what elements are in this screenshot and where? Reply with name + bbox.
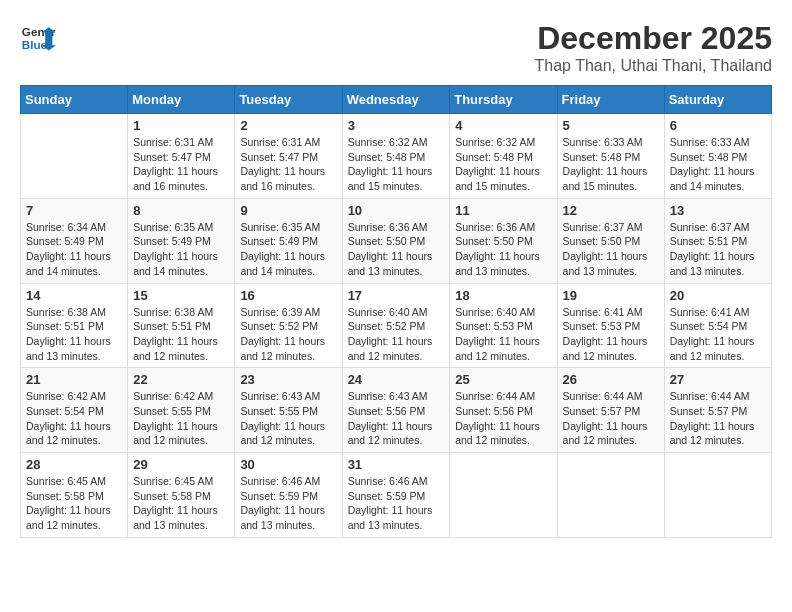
title-section: December 2025 Thap Than, Uthai Thani, Th… xyxy=(535,20,773,75)
calendar-cell: 13Sunrise: 6:37 AMSunset: 5:51 PMDayligh… xyxy=(664,198,771,283)
day-number: 24 xyxy=(348,372,445,387)
calendar-cell: 23Sunrise: 6:43 AMSunset: 5:55 PMDayligh… xyxy=(235,368,342,453)
day-info: Sunrise: 6:39 AMSunset: 5:52 PMDaylight:… xyxy=(240,305,336,364)
calendar-cell: 10Sunrise: 6:36 AMSunset: 5:50 PMDayligh… xyxy=(342,198,450,283)
calendar-cell: 6Sunrise: 6:33 AMSunset: 5:48 PMDaylight… xyxy=(664,114,771,199)
calendar-cell: 27Sunrise: 6:44 AMSunset: 5:57 PMDayligh… xyxy=(664,368,771,453)
calendar-cell: 9Sunrise: 6:35 AMSunset: 5:49 PMDaylight… xyxy=(235,198,342,283)
day-info: Sunrise: 6:33 AMSunset: 5:48 PMDaylight:… xyxy=(670,135,766,194)
day-number: 16 xyxy=(240,288,336,303)
day-info: Sunrise: 6:34 AMSunset: 5:49 PMDaylight:… xyxy=(26,220,122,279)
day-number: 17 xyxy=(348,288,445,303)
calendar-cell: 7Sunrise: 6:34 AMSunset: 5:49 PMDaylight… xyxy=(21,198,128,283)
weekday-header-friday: Friday xyxy=(557,86,664,114)
day-info: Sunrise: 6:41 AMSunset: 5:53 PMDaylight:… xyxy=(563,305,659,364)
calendar-cell: 3Sunrise: 6:32 AMSunset: 5:48 PMDaylight… xyxy=(342,114,450,199)
calendar-cell: 17Sunrise: 6:40 AMSunset: 5:52 PMDayligh… xyxy=(342,283,450,368)
calendar-cell: 4Sunrise: 6:32 AMSunset: 5:48 PMDaylight… xyxy=(450,114,557,199)
calendar-cell: 1Sunrise: 6:31 AMSunset: 5:47 PMDaylight… xyxy=(128,114,235,199)
day-number: 5 xyxy=(563,118,659,133)
day-info: Sunrise: 6:44 AMSunset: 5:57 PMDaylight:… xyxy=(670,389,766,448)
calendar-week-4: 21Sunrise: 6:42 AMSunset: 5:54 PMDayligh… xyxy=(21,368,772,453)
calendar-cell: 14Sunrise: 6:38 AMSunset: 5:51 PMDayligh… xyxy=(21,283,128,368)
weekday-header-tuesday: Tuesday xyxy=(235,86,342,114)
day-info: Sunrise: 6:38 AMSunset: 5:51 PMDaylight:… xyxy=(26,305,122,364)
day-number: 15 xyxy=(133,288,229,303)
calendar-cell: 28Sunrise: 6:45 AMSunset: 5:58 PMDayligh… xyxy=(21,453,128,538)
calendar-cell: 22Sunrise: 6:42 AMSunset: 5:55 PMDayligh… xyxy=(128,368,235,453)
day-number: 30 xyxy=(240,457,336,472)
calendar-cell: 29Sunrise: 6:45 AMSunset: 5:58 PMDayligh… xyxy=(128,453,235,538)
day-number: 22 xyxy=(133,372,229,387)
calendar-cell: 20Sunrise: 6:41 AMSunset: 5:54 PMDayligh… xyxy=(664,283,771,368)
calendar-cell: 18Sunrise: 6:40 AMSunset: 5:53 PMDayligh… xyxy=(450,283,557,368)
day-number: 2 xyxy=(240,118,336,133)
calendar-cell: 15Sunrise: 6:38 AMSunset: 5:51 PMDayligh… xyxy=(128,283,235,368)
calendar-cell: 30Sunrise: 6:46 AMSunset: 5:59 PMDayligh… xyxy=(235,453,342,538)
day-number: 23 xyxy=(240,372,336,387)
day-number: 1 xyxy=(133,118,229,133)
day-number: 4 xyxy=(455,118,551,133)
day-info: Sunrise: 6:31 AMSunset: 5:47 PMDaylight:… xyxy=(133,135,229,194)
calendar-cell xyxy=(450,453,557,538)
calendar-week-1: 1Sunrise: 6:31 AMSunset: 5:47 PMDaylight… xyxy=(21,114,772,199)
day-number: 21 xyxy=(26,372,122,387)
day-info: Sunrise: 6:40 AMSunset: 5:52 PMDaylight:… xyxy=(348,305,445,364)
day-number: 29 xyxy=(133,457,229,472)
day-number: 7 xyxy=(26,203,122,218)
day-number: 3 xyxy=(348,118,445,133)
day-number: 26 xyxy=(563,372,659,387)
calendar-week-3: 14Sunrise: 6:38 AMSunset: 5:51 PMDayligh… xyxy=(21,283,772,368)
day-number: 10 xyxy=(348,203,445,218)
weekday-header-wednesday: Wednesday xyxy=(342,86,450,114)
day-info: Sunrise: 6:45 AMSunset: 5:58 PMDaylight:… xyxy=(26,474,122,533)
day-info: Sunrise: 6:32 AMSunset: 5:48 PMDaylight:… xyxy=(348,135,445,194)
calendar-cell: 12Sunrise: 6:37 AMSunset: 5:50 PMDayligh… xyxy=(557,198,664,283)
calendar-cell: 25Sunrise: 6:44 AMSunset: 5:56 PMDayligh… xyxy=(450,368,557,453)
day-number: 31 xyxy=(348,457,445,472)
day-number: 28 xyxy=(26,457,122,472)
day-info: Sunrise: 6:46 AMSunset: 5:59 PMDaylight:… xyxy=(240,474,336,533)
day-info: Sunrise: 6:40 AMSunset: 5:53 PMDaylight:… xyxy=(455,305,551,364)
calendar-cell xyxy=(664,453,771,538)
calendar-week-2: 7Sunrise: 6:34 AMSunset: 5:49 PMDaylight… xyxy=(21,198,772,283)
day-info: Sunrise: 6:35 AMSunset: 5:49 PMDaylight:… xyxy=(240,220,336,279)
weekday-header-monday: Monday xyxy=(128,86,235,114)
day-info: Sunrise: 6:43 AMSunset: 5:55 PMDaylight:… xyxy=(240,389,336,448)
weekday-header-row: SundayMondayTuesdayWednesdayThursdayFrid… xyxy=(21,86,772,114)
weekday-header-sunday: Sunday xyxy=(21,86,128,114)
day-number: 13 xyxy=(670,203,766,218)
day-number: 8 xyxy=(133,203,229,218)
day-info: Sunrise: 6:36 AMSunset: 5:50 PMDaylight:… xyxy=(455,220,551,279)
day-info: Sunrise: 6:43 AMSunset: 5:56 PMDaylight:… xyxy=(348,389,445,448)
calendar-week-5: 28Sunrise: 6:45 AMSunset: 5:58 PMDayligh… xyxy=(21,453,772,538)
calendar-cell: 11Sunrise: 6:36 AMSunset: 5:50 PMDayligh… xyxy=(450,198,557,283)
calendar-cell: 31Sunrise: 6:46 AMSunset: 5:59 PMDayligh… xyxy=(342,453,450,538)
day-number: 14 xyxy=(26,288,122,303)
day-info: Sunrise: 6:31 AMSunset: 5:47 PMDaylight:… xyxy=(240,135,336,194)
calendar-cell: 2Sunrise: 6:31 AMSunset: 5:47 PMDaylight… xyxy=(235,114,342,199)
svg-text:Blue: Blue xyxy=(22,38,48,51)
day-info: Sunrise: 6:41 AMSunset: 5:54 PMDaylight:… xyxy=(670,305,766,364)
day-info: Sunrise: 6:42 AMSunset: 5:55 PMDaylight:… xyxy=(133,389,229,448)
day-info: Sunrise: 6:45 AMSunset: 5:58 PMDaylight:… xyxy=(133,474,229,533)
day-info: Sunrise: 6:42 AMSunset: 5:54 PMDaylight:… xyxy=(26,389,122,448)
calendar-cell: 24Sunrise: 6:43 AMSunset: 5:56 PMDayligh… xyxy=(342,368,450,453)
day-info: Sunrise: 6:37 AMSunset: 5:50 PMDaylight:… xyxy=(563,220,659,279)
day-info: Sunrise: 6:44 AMSunset: 5:56 PMDaylight:… xyxy=(455,389,551,448)
logo-icon: General Blue xyxy=(20,20,56,56)
calendar-cell xyxy=(557,453,664,538)
day-number: 12 xyxy=(563,203,659,218)
day-number: 20 xyxy=(670,288,766,303)
day-number: 18 xyxy=(455,288,551,303)
calendar-cell xyxy=(21,114,128,199)
day-number: 6 xyxy=(670,118,766,133)
calendar-cell: 5Sunrise: 6:33 AMSunset: 5:48 PMDaylight… xyxy=(557,114,664,199)
day-info: Sunrise: 6:44 AMSunset: 5:57 PMDaylight:… xyxy=(563,389,659,448)
weekday-header-saturday: Saturday xyxy=(664,86,771,114)
day-number: 9 xyxy=(240,203,336,218)
month-year-title: December 2025 xyxy=(535,20,773,57)
calendar-cell: 19Sunrise: 6:41 AMSunset: 5:53 PMDayligh… xyxy=(557,283,664,368)
day-info: Sunrise: 6:38 AMSunset: 5:51 PMDaylight:… xyxy=(133,305,229,364)
weekday-header-thursday: Thursday xyxy=(450,86,557,114)
